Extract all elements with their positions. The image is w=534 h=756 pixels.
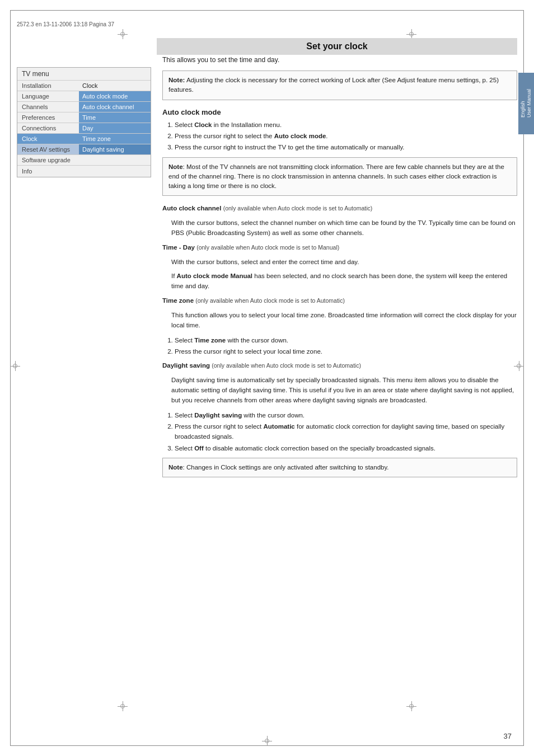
menu-item-auto-clock-mode[interactable]: Auto clock mode xyxy=(79,91,151,101)
instruction-item: Select Time zone with the cursor down. xyxy=(175,335,517,345)
time-day-body2: If Auto clock mode Manual has been selec… xyxy=(162,271,517,292)
menu-item-preferences[interactable]: Preferences xyxy=(17,112,79,123)
menu-item-channels[interactable]: Channels xyxy=(17,102,79,112)
section-auto-clock-mode: Auto clock mode xyxy=(162,108,517,116)
time-zone-body: This function allows you to select your … xyxy=(162,311,517,331)
menu-row-installation: Installation Clock xyxy=(17,80,151,91)
menu-item-language[interactable]: Language xyxy=(17,91,79,101)
instruction-item: Select Daylight saving with the cursor d… xyxy=(175,410,517,420)
section-time-day: Time - Day (only available when Auto clo… xyxy=(162,243,517,253)
instruction-item: Press the cursor right to instruct the T… xyxy=(175,142,517,152)
time-zone-instructions: Select Time zone with the cursor down. P… xyxy=(162,335,517,357)
menu-item-empty xyxy=(79,155,151,165)
menu-row-reset-av: Reset AV settings Daylight saving xyxy=(17,144,151,154)
page-title: Set your clock xyxy=(157,41,517,51)
menu-row-preferences: Preferences Time xyxy=(17,112,151,123)
header-meta: 2572.3 en 13-11-2006 13:18 Pagina 37 xyxy=(17,21,114,27)
menu-item-daylight-saving[interactable]: Daylight saving xyxy=(79,144,151,154)
menu-item-clock-left[interactable]: Clock xyxy=(17,134,79,144)
note-label-final: Note xyxy=(168,464,183,471)
auto-clock-mode-instructions: Select Clock in the Installation menu. P… xyxy=(162,120,517,153)
menu-info[interactable]: Info xyxy=(17,165,151,177)
page-border-left xyxy=(10,10,11,746)
note-label: Note: xyxy=(168,77,185,83)
menu-row-connections: Connections Day xyxy=(17,123,151,133)
menu-row-channels: Channels Auto clock channel xyxy=(17,101,151,112)
section-time-zone: Time zone (only available when Auto cloc… xyxy=(162,296,517,306)
instruction-item: Select Clock in the Installation menu. xyxy=(175,120,517,130)
instruction-item: Press the cursor right to select the Aut… xyxy=(175,131,517,141)
menu-item-day[interactable]: Day xyxy=(79,123,151,133)
content-area: TV menu Installation Clock Language Auto… xyxy=(17,56,517,734)
daylight-saving-instructions: Select Daylight saving with the cursor d… xyxy=(162,410,517,454)
page-header: 2572.3 en 13-11-2006 13:18 Pagina 37 xyxy=(17,16,517,32)
time-day-body1: With the cursor buttons, select and ente… xyxy=(162,257,517,267)
menu-item-reset-av[interactable]: Reset AV settings xyxy=(17,144,79,154)
section-auto-clock-channel: Auto clock channel (only available when … xyxy=(162,204,517,214)
page-border-top xyxy=(10,10,524,11)
instruction-item: Select Off to disable automatic clock co… xyxy=(175,443,517,453)
intro-text: This allows you to set the time and day. xyxy=(162,56,517,64)
menu-item-time[interactable]: Time xyxy=(79,112,151,123)
menu-row-clock: Clock Time zone xyxy=(17,133,151,144)
menu-row-language: Language Auto clock mode xyxy=(17,91,151,101)
instruction-item: Press the cursor right to select Automat… xyxy=(175,421,517,442)
instruction-item: Press the cursor right to select your lo… xyxy=(175,346,517,356)
note-box-final: Note: Changes in Clock settings are only… xyxy=(162,458,517,477)
tv-menu-panel: TV menu Installation Clock Language Auto… xyxy=(17,67,151,177)
crosshair-centerbottom xyxy=(262,736,272,746)
note-text: Adjusting the clock is necessary for the… xyxy=(168,77,499,93)
page-number: 37 xyxy=(504,732,512,740)
note-box-intro: Note: Adjusting the clock is necessary f… xyxy=(162,71,517,100)
menu-item-software-upgrade[interactable]: Software upgrade xyxy=(17,155,79,165)
menu-item-auto-clock-channel[interactable]: Auto clock channel xyxy=(79,102,151,112)
note-box-auto-clock: Note: Most of the TV channels are not tr… xyxy=(162,157,517,196)
daylight-saving-body: Daylight saving time is automatically se… xyxy=(162,375,517,405)
menu-item-installation[interactable]: Installation xyxy=(17,81,79,91)
title-bar: Set your clock xyxy=(157,38,517,55)
auto-clock-channel-body: With the cursor buttons, select the chan… xyxy=(162,218,517,238)
final-note-text: : Changes in Clock settings are only act… xyxy=(183,464,389,471)
crosshair-topleft xyxy=(118,29,128,39)
section-daylight-saving: Daylight saving (only available when Aut… xyxy=(162,361,517,371)
sidebar-text: English User Manual xyxy=(520,89,532,118)
menu-row-software: Software upgrade xyxy=(17,154,151,165)
note-label: Note xyxy=(168,163,183,170)
language-sidebar: English User Manual xyxy=(518,73,534,134)
right-content: This allows you to set the time and day.… xyxy=(162,56,517,485)
menu-item-connections[interactable]: Connections xyxy=(17,123,79,133)
menu-item-clock[interactable]: Clock xyxy=(79,81,151,91)
menu-title: TV menu xyxy=(17,68,151,80)
menu-item-time-zone[interactable]: Time zone xyxy=(79,134,151,144)
